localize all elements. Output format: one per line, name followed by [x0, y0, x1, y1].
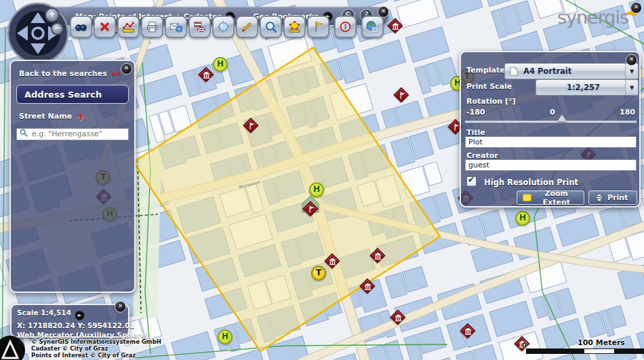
chevron-down-icon[interactable]: ▼: [625, 80, 638, 95]
center-map-tool-button[interactable]: [212, 16, 235, 38]
measure-line-tool-button[interactable]: [117, 16, 140, 38]
search-panel-close-icon[interactable]: ✕: [121, 63, 132, 75]
draw-tool-icon: [240, 20, 254, 34]
print-scale-dropdown[interactable]: 1:2,257 ▼: [536, 79, 639, 96]
extent-icon: [523, 194, 531, 201]
brand-logo: synergis: [557, 8, 637, 27]
templates-value: A4 Portrait: [518, 66, 625, 76]
scalebar: [526, 348, 644, 354]
scale-play-icon[interactable]: ►: [75, 311, 85, 321]
chevron-down-icon[interactable]: ▼: [625, 64, 638, 79]
rotation-max: 180: [620, 108, 635, 117]
measure-line-tool-icon: [121, 20, 136, 34]
poi-museum-icon[interactable]: [370, 248, 385, 263]
status-panel: ✕ Scale 1:4,514► X: 1718820.24 Y: 595412…: [10, 304, 129, 338]
poi-sight-flag-icon[interactable]: [243, 118, 258, 133]
print-panel: ✕ Templates A4 Portrait ▼ Print Scale 1:…: [460, 51, 641, 207]
high-res-label: High Resolution Print: [484, 178, 578, 187]
find-tool-button[interactable]: [70, 16, 92, 38]
identify-tool-button[interactable]: [334, 16, 357, 38]
templates-label: Templates: [466, 66, 509, 75]
rotation-min: -180: [466, 108, 485, 117]
vendor-logo: [0, 335, 26, 360]
zoom-in-button[interactable]: +: [45, 7, 60, 22]
copyright-attribution: © SynerGIS Informationssysteme GmbH Cada…: [31, 338, 161, 359]
high-res-checkbox[interactable]: ✔: [466, 176, 477, 186]
legend-tool-button[interactable]: [361, 16, 384, 38]
rotation-slider-track[interactable]: [465, 121, 637, 123]
app-window: Murgasse HTHHHTHTH synergis Map: Points …: [0, 0, 644, 360]
poi-museum-icon[interactable]: [460, 323, 475, 338]
rotation-label: Rotation [°]: [466, 97, 516, 106]
print-panel-close-icon[interactable]: ✕: [626, 54, 637, 66]
poi-museum-icon[interactable]: [390, 310, 405, 325]
send-map-tool-icon: [169, 20, 183, 34]
poi-museum-icon[interactable]: [360, 279, 375, 294]
address-search-header[interactable]: Address Search: [16, 85, 129, 104]
measure-area-tool-icon: [287, 20, 302, 34]
printer-icon: [595, 193, 604, 202]
poi-museum-icon[interactable]: [199, 67, 214, 82]
print-button[interactable]: Print: [588, 191, 637, 205]
clear-selection-tool-button[interactable]: [94, 16, 116, 38]
poi-transit-icon[interactable]: T: [311, 266, 326, 281]
measure-area-tool-button[interactable]: [283, 16, 306, 38]
language-tool-icon: [193, 20, 207, 34]
poi-museum-icon[interactable]: [388, 18, 403, 33]
status-panel-close-icon[interactable]: ✕: [115, 301, 126, 313]
language-tool-button[interactable]: [188, 16, 211, 38]
zoom-select-tool-button[interactable]: [260, 16, 282, 38]
toolbar-close-icon[interactable]: ✕: [378, 6, 389, 18]
scalebar-label: 100 Meters: [578, 338, 625, 347]
zoom-select-tool-icon: [264, 20, 278, 34]
legend-tool-icon: [365, 20, 380, 34]
magnifier-icon: [19, 128, 28, 137]
templates-dropdown[interactable]: A4 Portrait ▼: [504, 63, 639, 79]
tool-buttons: [70, 16, 384, 38]
street-name-label: Street Name: [19, 112, 72, 121]
rotation-slider-thumb[interactable]: [557, 115, 567, 121]
identify-tool-icon: [338, 20, 353, 34]
page-icon: [510, 66, 518, 76]
map-scale: Scale 1:4,514: [17, 308, 71, 317]
address-search-panel: ✕ Back to the searches ↩ Address Search …: [9, 60, 136, 293]
back-to-searches-link[interactable]: Back to the searches ↩: [19, 69, 134, 78]
zoom-extent-button[interactable]: Zoom Extent: [517, 191, 584, 205]
print-scale-value: 1:2,257: [536, 83, 625, 92]
overview-close-icon[interactable]: ✕: [630, 2, 642, 14]
poi-hotel-icon[interactable]: H: [218, 329, 233, 344]
print-tool-button[interactable]: [141, 16, 163, 38]
print-scale-label: Print Scale: [466, 82, 512, 91]
poi-sight-flag-icon[interactable]: [303, 201, 318, 216]
poi-hotel-icon[interactable]: H: [515, 211, 530, 226]
title-input[interactable]: [465, 136, 637, 148]
rotation-mid: 0: [550, 108, 555, 117]
poi-hotel-icon[interactable]: H: [213, 57, 228, 72]
poi-hotel-icon[interactable]: H: [309, 182, 324, 197]
add-plus-icon[interactable]: +: [76, 113, 85, 120]
street-name-input[interactable]: [16, 128, 129, 140]
poi-sight-flag-icon[interactable]: [394, 87, 409, 102]
bookmark-flag-tool-icon: [311, 20, 325, 34]
back-arrow-icon: ↩: [112, 71, 121, 77]
poi-museum-icon[interactable]: [325, 254, 340, 268]
creator-input[interactable]: [465, 159, 637, 171]
zoom-out-button[interactable]: −: [51, 22, 64, 35]
print-tool-icon: [145, 20, 159, 34]
draw-tool-button[interactable]: [236, 16, 258, 38]
brand-logo-text: synergis: [557, 8, 628, 27]
clear-selection-tool-icon: [98, 20, 112, 34]
center-map-tool-icon: [216, 20, 230, 34]
send-map-tool-button[interactable]: [165, 16, 187, 38]
bookmark-flag-tool-button[interactable]: [307, 16, 329, 38]
mouse-coordinates: X: 1718820.24 Y: 5954122.01: [17, 321, 123, 330]
find-tool-icon: [74, 20, 88, 34]
